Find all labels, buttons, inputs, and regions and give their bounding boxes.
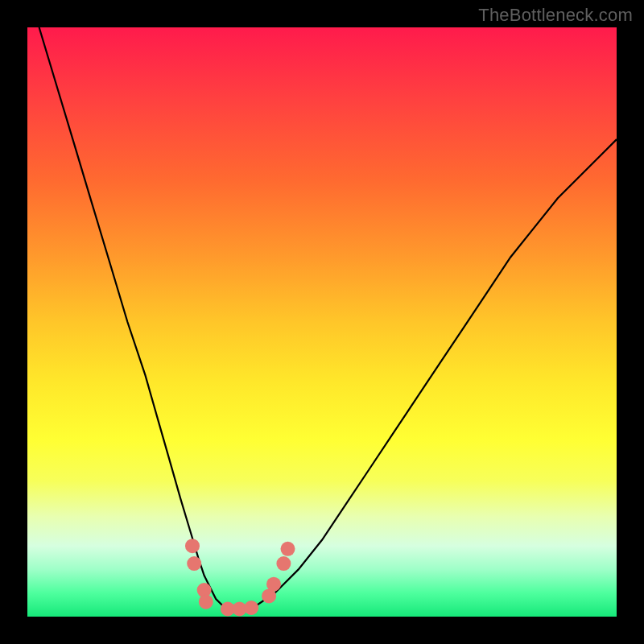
chart-lump bbox=[199, 595, 213, 609]
chart-curve bbox=[39, 27, 617, 609]
chart-lump bbox=[244, 601, 258, 615]
chart-lumps bbox=[185, 539, 295, 616]
watermark-text: TheBottleneck.com bbox=[478, 5, 633, 26]
chart-lump bbox=[281, 542, 295, 556]
chart-lump bbox=[266, 577, 281, 592]
chart-lump bbox=[185, 539, 200, 553]
chart-plot-area bbox=[27, 27, 617, 617]
chart-lump bbox=[187, 556, 201, 571]
chart-svg bbox=[27, 27, 617, 617]
chart-frame: TheBottleneck.com bbox=[0, 0, 644, 644]
chart-lump bbox=[276, 556, 291, 571]
